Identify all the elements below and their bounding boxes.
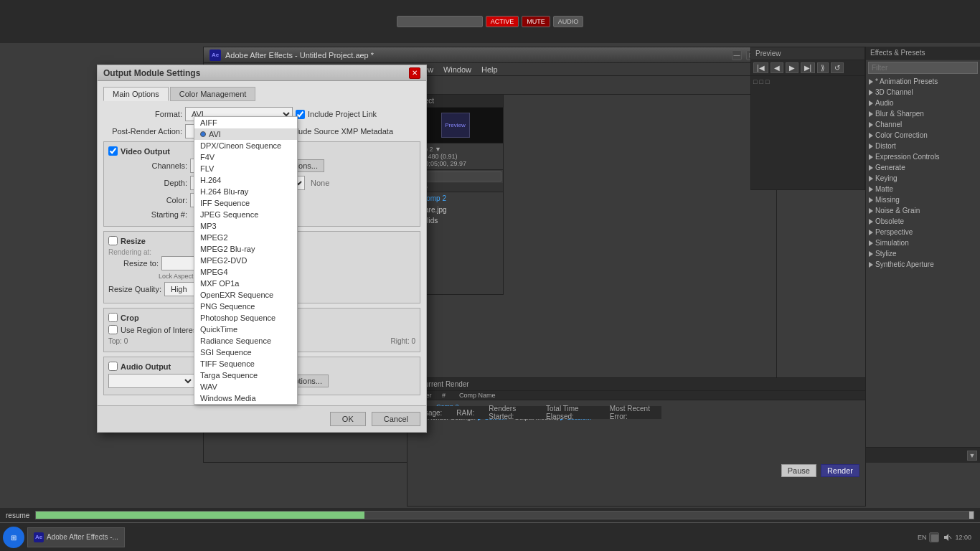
svg-marker-3 xyxy=(944,534,948,541)
dropdown-item-jpeg[interactable]: JPEG Sequence xyxy=(194,209,297,220)
channels-label: Channels: xyxy=(108,161,187,170)
effects-cat-obsolete[interactable]: Obsolete xyxy=(866,216,980,227)
preview-first-btn[interactable]: |◀ xyxy=(753,62,768,73)
cancel-btn[interactable]: Cancel xyxy=(372,412,420,426)
dropdown-item-windows-media[interactable]: Windows Media xyxy=(194,392,297,404)
dropdown-item-h264[interactable]: H.264 xyxy=(194,174,297,186)
tab-color-management[interactable]: Color Management xyxy=(170,87,256,101)
effects-search-area xyxy=(866,60,980,76)
desktop: ACTIVE MUTE AUDIO Ae Adobe After Effects… xyxy=(0,0,980,551)
effects-cat-generate[interactable]: Generate xyxy=(866,162,980,173)
dropdown-item-iff[interactable]: IFF Sequence xyxy=(194,197,297,209)
dropdown-item-radiance[interactable]: Radiance Sequence xyxy=(194,335,297,347)
taskbar-ae-label: Adobe After Effects -... xyxy=(47,533,118,541)
ok-btn[interactable]: OK xyxy=(330,412,366,426)
menu-window[interactable]: Window xyxy=(439,65,476,75)
effects-cat-keying[interactable]: Keying xyxy=(866,173,980,184)
resize-to-label: Resize to: xyxy=(108,259,159,268)
audio-output-checkbox[interactable] xyxy=(108,362,118,371)
system-tray: EN 12:00 xyxy=(912,532,977,542)
dropdown-item-mpeg2[interactable]: MPEG2 xyxy=(194,232,297,243)
dropdown-item-avi[interactable]: AVI xyxy=(194,128,297,140)
mute-btn[interactable]: MUTE xyxy=(522,16,550,27)
triangle-icon xyxy=(869,143,873,149)
dropdown-item-h264bluray[interactable]: H.264 Blu-ray xyxy=(194,186,297,197)
triangle-icon xyxy=(869,197,873,203)
dropdown-item-sgi[interactable]: SGI Sequence xyxy=(194,347,297,358)
taskbar-ae-app[interactable]: Ae Adobe After Effects -... xyxy=(27,527,125,547)
effects-cat-channel[interactable]: Channel xyxy=(866,119,980,130)
effects-cat-stylize[interactable]: Stylize xyxy=(866,248,980,259)
effects-cat-perspective[interactable]: Perspective xyxy=(866,227,980,237)
renders-started-label: Renders Started: xyxy=(489,405,532,420)
effects-cat-expression[interactable]: Expression Controls xyxy=(866,151,980,162)
active-btn[interactable]: ACTIVE xyxy=(486,16,519,27)
dropdown-item-mxf[interactable]: MXF OP1a xyxy=(194,278,297,289)
dropdown-item-mpeg2dvd[interactable]: MPEG2-DVD xyxy=(194,255,297,266)
resume-label: resume xyxy=(6,512,29,519)
effects-collapse-btn[interactable]: ▼ xyxy=(967,451,977,461)
tab-main-options[interactable]: Main Options xyxy=(103,87,169,101)
audio-btn[interactable]: AUDIO xyxy=(553,16,584,27)
triangle-icon xyxy=(869,187,873,192)
dialog-buttons: OK Cancel xyxy=(98,405,426,432)
language-indicator: EN xyxy=(918,534,927,541)
dropdown-item-mp3[interactable]: MP3 xyxy=(194,220,297,232)
video-output-checkbox[interactable] xyxy=(108,146,118,156)
ae-titlebar: Ae Adobe After Effects - Untitled Projec… xyxy=(204,47,776,63)
dropdown-item-mpeg2bluray[interactable]: MPEG2 Blu-ray xyxy=(194,243,297,255)
dropdown-item-dpx[interactable]: DPX/Cineon Sequence xyxy=(194,140,297,151)
dropdown-item-tiff[interactable]: TIFF Sequence xyxy=(194,358,297,369)
dropdown-item-quicktime[interactable]: QuickTime xyxy=(194,324,297,335)
use-region-checkbox[interactable] xyxy=(108,325,118,334)
audio-format-select[interactable] xyxy=(108,374,194,388)
dropdown-item-photoshop[interactable]: Photoshop Sequence xyxy=(194,312,297,324)
effects-cat-animation[interactable]: * Animation Presets xyxy=(866,76,980,87)
effects-cat-synthetic[interactable]: Synthetic Aperture xyxy=(866,259,980,270)
effects-cat-simulation[interactable]: Simulation xyxy=(866,237,980,248)
svg-text:⊞: ⊞ xyxy=(11,534,17,542)
progress-handle[interactable] xyxy=(969,512,974,519)
preview-last-btn[interactable]: ⟫ xyxy=(817,62,829,73)
effects-cat-matte[interactable]: Matte xyxy=(866,184,980,194)
media-slider[interactable] xyxy=(397,16,483,27)
preview-prev-btn[interactable]: ◀ xyxy=(771,62,783,73)
total-time-label: Total Time Elapsed: xyxy=(546,405,595,420)
ram-label: RAM: xyxy=(456,409,474,417)
dropdown-item-mpeg4[interactable]: MPEG4 xyxy=(194,266,297,278)
minimize-btn[interactable]: — xyxy=(732,50,742,60)
dropdown-item-targa[interactable]: Targa Sequence xyxy=(194,369,297,381)
dropdown-item-f4v[interactable]: F4V xyxy=(194,151,297,163)
effects-cat-3d[interactable]: 3D Channel xyxy=(866,87,980,98)
progress-bar-area: resume xyxy=(0,508,980,522)
effects-search-input[interactable] xyxy=(868,62,978,74)
progress-fill xyxy=(36,512,364,519)
volume-icon[interactable] xyxy=(942,532,952,542)
dropdown-item-wav[interactable]: WAV xyxy=(194,381,297,392)
dropdown-item-flv[interactable]: FLV xyxy=(194,163,297,174)
effects-cat-distort[interactable]: Distort xyxy=(866,141,980,151)
crop-checkbox[interactable] xyxy=(108,313,118,322)
dropdown-item-openexr[interactable]: OpenEXR Sequence xyxy=(194,289,297,301)
dialog-close-btn[interactable]: ✕ xyxy=(409,67,420,79)
preview-play-btn[interactable]: ▶ xyxy=(786,62,798,73)
preview-next-btn[interactable]: ▶| xyxy=(801,62,816,73)
effects-cat-blur[interactable]: Blur & Sharpen xyxy=(866,108,980,119)
preview-header: Preview xyxy=(751,47,864,60)
pause-btn[interactable]: Pause xyxy=(781,464,816,477)
effects-cat-audio[interactable]: Audio xyxy=(866,98,980,108)
preview-loop-btn[interactable]: ↺ xyxy=(831,62,844,73)
dropdown-item-png[interactable]: PNG Sequence xyxy=(194,301,297,312)
taskbar: ⊞ Ae Adobe After Effects -... EN 12:00 xyxy=(0,522,980,551)
render-btn[interactable]: Render xyxy=(821,464,859,477)
dropdown-item-aiff[interactable]: AIFF xyxy=(194,117,297,128)
radio-dot xyxy=(200,131,206,137)
resize-checkbox[interactable] xyxy=(108,236,118,245)
post-render-label: Post-Render Action: xyxy=(103,127,182,136)
effects-cat-noise[interactable]: Noise & Grain xyxy=(866,205,980,216)
effects-cat-color[interactable]: Color Correction xyxy=(866,130,980,141)
starting-hash-label: Starting #: xyxy=(108,210,187,219)
effects-cat-missing[interactable]: Missing xyxy=(866,194,980,205)
menu-help[interactable]: Help xyxy=(477,65,502,75)
start-button[interactable]: ⊞ xyxy=(3,527,24,548)
